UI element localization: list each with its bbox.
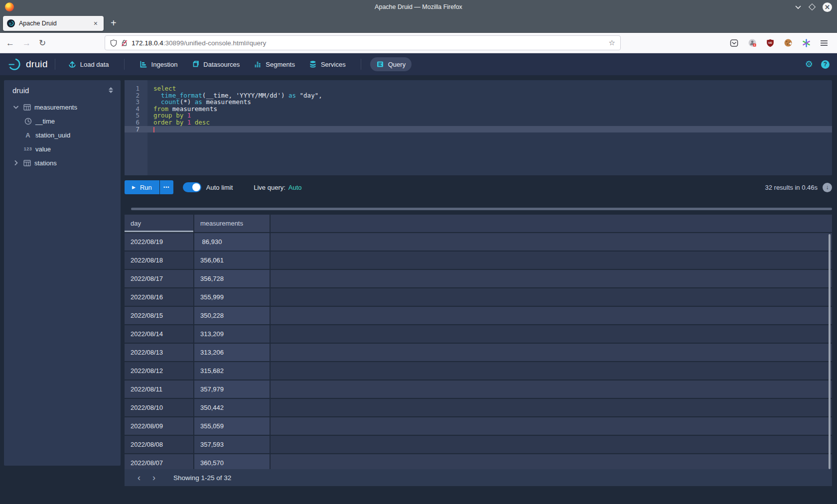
forward-icon[interactable]: →	[22, 39, 31, 47]
cell-day[interactable]: 2022/08/15	[125, 307, 193, 324]
tree-column-station_uuid[interactable]: Astation_uuid	[4, 128, 121, 142]
cell-filler	[271, 307, 832, 324]
url-text[interactable]: 172.18.0.4:30899/unified-console.html#qu…	[132, 39, 605, 47]
nav-item-services[interactable]: Services	[303, 57, 352, 71]
editor-line-4[interactable]: 4from measurements	[125, 106, 832, 113]
cell-day[interactable]: 2022/08/11	[125, 380, 193, 398]
shield-icon[interactable]	[110, 39, 117, 47]
navbar-divider	[55, 59, 55, 70]
menu-hamburger-icon[interactable]	[820, 40, 828, 46]
cell-day[interactable]: 2022/08/10	[125, 399, 193, 416]
browser-tab[interactable]: Apache Druid ×	[3, 16, 104, 31]
line-number: 1	[125, 85, 147, 92]
window-close-icon[interactable]: ✕	[823, 2, 832, 12]
cell-measurements[interactable]: 313,209	[194, 325, 270, 343]
editor-line-5[interactable]: 5group by 1	[125, 112, 832, 119]
cell-measurements[interactable]: 350,442	[194, 399, 270, 416]
auto-limit-toggle[interactable]	[183, 182, 201, 192]
tree-column-label: station_uuid	[35, 131, 70, 139]
nav-item-ingestion[interactable]: Ingestion	[134, 57, 184, 71]
tab-title: Apache Druid	[19, 20, 88, 27]
extension-asterisk-icon[interactable]	[802, 39, 811, 47]
cell-day[interactable]: 2022/08/18	[125, 252, 193, 269]
cell-day[interactable]: 2022/08/13	[125, 344, 193, 361]
next-page-icon[interactable]: ›	[146, 473, 161, 483]
chevron-right-icon[interactable]	[12, 160, 19, 165]
editor-line-7[interactable]: 7	[125, 126, 832, 133]
tree-column-__time[interactable]: __time	[4, 114, 121, 128]
cell-filler	[271, 362, 832, 379]
cell-measurements[interactable]: 356,061	[194, 252, 270, 269]
settings-gear-icon[interactable]: ⚙	[805, 60, 813, 69]
run-button[interactable]: ▶ Run	[125, 180, 159, 194]
cell-day[interactable]: 2022/08/07	[125, 454, 193, 469]
cell-measurements[interactable]: 313,206	[194, 344, 270, 361]
sort-double-caret-icon[interactable]	[108, 87, 114, 94]
reload-icon[interactable]: ↻	[39, 39, 46, 47]
cell-day[interactable]: 2022/08/14	[125, 325, 193, 343]
cell-measurements[interactable]: 315,682	[194, 362, 270, 379]
cell-day[interactable]: 2022/08/17	[125, 270, 193, 287]
number-icon: 123	[24, 146, 32, 151]
navbar-items: Load dataIngestionDatasourcesSegmentsSer…	[62, 57, 412, 71]
live-query-value[interactable]: Auto	[288, 184, 302, 191]
sql-editor[interactable]: 1select2 time_format(__time, 'YYYY/MM/dd…	[125, 80, 832, 175]
insecure-lock-icon[interactable]	[121, 39, 128, 47]
back-icon[interactable]: ←	[6, 39, 14, 47]
auto-limit-label: Auto limit	[206, 184, 233, 191]
cell-measurements[interactable]: 357,593	[194, 436, 270, 453]
cell-measurements[interactable]: 360,570	[194, 454, 270, 469]
nav-item-label: Query	[388, 61, 406, 68]
editor-line-3[interactable]: 3 count(*) as measurements	[125, 99, 832, 106]
tree-column-label: __time	[35, 118, 55, 125]
cell-filler	[271, 270, 832, 287]
navbar-divider	[361, 59, 361, 70]
cell-measurements[interactable]: 356,728	[194, 270, 270, 287]
window-minimize-icon[interactable]	[795, 5, 802, 9]
column-header-measurements[interactable]: measurements	[194, 215, 270, 232]
privacy-badger-icon[interactable]: x	[748, 38, 757, 47]
tree-node-stations[interactable]: stations	[4, 156, 121, 170]
chevron-down-icon[interactable]	[12, 106, 19, 109]
column-header-day[interactable]: day	[125, 215, 193, 232]
browser-toolbar: ← → ↻ 172.18.0.4:30899/unified-console.h…	[0, 33, 837, 53]
code-text: count(*) as measurements	[147, 99, 251, 106]
prev-page-icon[interactable]: ‹	[132, 473, 146, 483]
tab-close-icon[interactable]: ×	[92, 19, 100, 27]
cell-day[interactable]: 2022/08/09	[125, 417, 193, 435]
editor-line-6[interactable]: 6order by 1 desc	[125, 119, 832, 126]
cell-day[interactable]: 2022/08/08	[125, 436, 193, 453]
pocket-icon[interactable]	[730, 39, 738, 47]
tree-node-label: stations	[34, 159, 57, 167]
window-titlebar: Apache Druid — Mozilla Firefox ✕	[0, 0, 837, 14]
cell-measurements[interactable]: 355,059	[194, 417, 270, 435]
nav-item-load-data[interactable]: Load data	[62, 57, 115, 71]
ublock-origin-icon[interactable]: UO	[766, 39, 774, 47]
help-icon[interactable]: ?	[821, 60, 830, 69]
editor-line-2[interactable]: 2 time_format(__time, 'YYYY/MM/dd') as "…	[125, 92, 832, 99]
cookie-icon[interactable]	[784, 38, 793, 47]
url-bar[interactable]: 172.18.0.4:30899/unified-console.html#qu…	[105, 35, 621, 50]
tree-column-value[interactable]: 123value	[4, 142, 121, 156]
cell-day[interactable]: 2022/08/16	[125, 288, 193, 306]
nav-item-datasources[interactable]: Datasources	[185, 57, 246, 71]
cell-measurements[interactable]: 350,228	[194, 307, 270, 324]
cell-measurements[interactable]: 357,979	[194, 380, 270, 398]
nav-item-query[interactable]: Query	[370, 57, 412, 71]
tree-node-measurements[interactable]: measurements	[4, 100, 121, 114]
druid-logo[interactable]: druid	[7, 58, 48, 71]
bookmark-star-icon[interactable]: ☆	[609, 38, 615, 47]
cell-measurements[interactable]: 355,999	[194, 288, 270, 306]
cell-day[interactable]: 2022/08/12	[125, 362, 193, 379]
new-tab-button[interactable]: +	[111, 17, 117, 29]
vertical-scrollbar[interactable]	[829, 234, 831, 469]
cell-measurements[interactable]: 86,930	[194, 233, 270, 251]
editor-line-1[interactable]: 1select	[125, 85, 832, 92]
download-icon[interactable]: ↓	[823, 183, 832, 192]
cell-day[interactable]: 2022/08/19	[125, 233, 193, 251]
horizontal-scrollbar[interactable]	[131, 208, 832, 210]
nav-item-segments[interactable]: Segments	[248, 57, 301, 71]
run-more-button[interactable]: •••	[160, 180, 173, 194]
number-icon: 123	[24, 146, 32, 151]
window-maximize-icon[interactable]	[810, 4, 815, 9]
